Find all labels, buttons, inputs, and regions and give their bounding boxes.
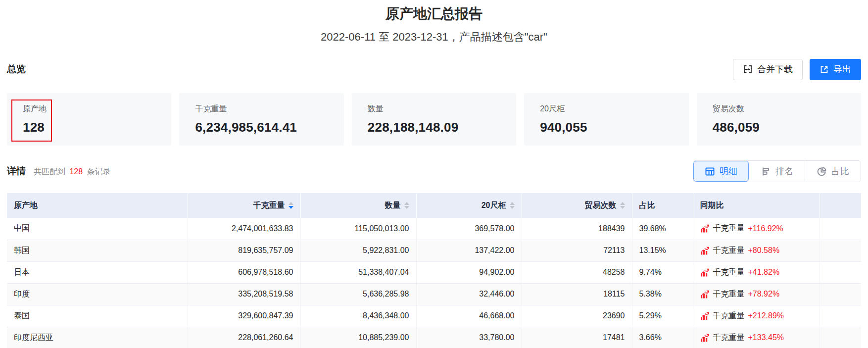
trend-up-icon [700,312,710,320]
column-header-share: 占比 [632,193,693,218]
yoy-change-value: +80.58% [748,246,780,255]
cell-origin: 中国 [7,218,188,240]
merge-icon [743,64,753,74]
cell-filler [820,305,861,327]
yoy-change-value: +116.92% [748,224,783,233]
table-row: 印度335,208,519.585,636,285.9832,446.00181… [7,283,861,305]
yoy-metric-label: 千克重量 [713,333,745,343]
column-header-quantity[interactable]: 数量 [300,193,416,218]
cell-filler [820,240,861,261]
column-header-kg_weight[interactable]: 千克重量 [188,193,300,218]
cell-quantity: 5,922,831.00 [300,240,416,261]
cell-trade_count: 23690 [522,305,632,327]
column-header-yoy: 同期比 [693,193,820,218]
cell-quantity: 5,636,285.98 [300,283,416,305]
report-subtitle: 2022-06-11 至 2023-12-31，产品描述包含"car" [7,30,861,45]
cell-origin: 韩国 [7,240,188,261]
stat-card-kg-weight: 千克重量 6,234,985,614.41 [179,93,343,146]
column-header-origin: 原产地 [7,193,188,218]
cell-share: 5.38% [632,283,693,305]
cell-yoy: 千克重量+80.58% [693,240,820,261]
cell-teu_20ft: 369,578.00 [416,218,522,240]
cell-teu_20ft: 33,780.00 [416,327,522,348]
table-row: 泰国329,600,847.398,436,348.0046,668.00236… [7,305,861,327]
column-header-trade_count[interactable]: 贸易次数 [522,193,632,218]
merge-download-button[interactable]: 合并下载 [733,59,803,80]
yoy-metric-label: 千克重量 [713,267,745,278]
stat-card-origin: 原产地 128 [7,93,171,146]
column-label: 千克重量 [253,200,285,211]
cell-kg_weight: 228,061,260.64 [188,327,300,348]
sort-carets-icon[interactable] [404,202,409,209]
cell-yoy: 千克重量+41.82% [693,261,820,283]
yoy-change-value: +78.92% [748,290,780,298]
table-body: 中国2,474,001,633.83115,050,013.00369,578.… [7,218,861,348]
cell-teu_20ft: 94,902.00 [416,261,522,283]
merge-download-label: 合并下载 [757,63,793,75]
cell-teu_20ft: 32,446.00 [416,283,522,305]
stat-label: 数量 [368,104,516,114]
stat-value: 228,188,148.09 [368,120,516,135]
tab-share-label: 占比 [831,165,849,177]
sort-carets-icon[interactable] [620,202,625,209]
overview-bar: 总览 合并下载 导出 [7,58,861,80]
table-icon [705,166,715,177]
matched-prefix: 共匹配到 [34,167,65,176]
cell-trade_count: 188439 [522,218,632,240]
sort-carets-icon[interactable] [510,202,515,209]
yoy-change-value: +41.82% [748,268,780,277]
stat-card-teu: 20尺柜 940,055 [524,93,688,146]
cell-quantity: 51,338,407.04 [300,261,416,283]
tab-ranking[interactable]: 排名 [749,161,805,182]
stat-label: 贸易次数 [713,104,861,114]
pie-icon [817,166,827,177]
sort-carets-icon[interactable] [289,202,293,209]
matched-records-text: 共匹配到 128 条记录 [34,167,111,177]
cell-trade_count: 17481 [522,327,632,348]
stat-label: 千克重量 [195,104,343,114]
cell-teu_20ft: 46,668.00 [416,305,522,327]
ranking-icon [761,166,771,177]
export-button[interactable]: 导出 [810,59,861,80]
cell-teu_20ft: 137,422.00 [416,240,522,261]
column-label: 贸易次数 [585,200,617,211]
view-tab-group: 明细 排名 占比 [693,160,861,182]
cell-yoy: 千克重量+212.89% [693,305,820,327]
cell-quantity: 8,436,348.00 [300,305,416,327]
cell-filler [820,327,861,348]
cell-quantity: 115,050,013.00 [300,218,416,240]
yoy-change-value: +212.89% [748,311,784,320]
cell-filler [820,283,861,305]
tab-share[interactable]: 占比 [805,161,861,182]
cell-share: 3.66% [632,327,693,348]
cell-share: 9.74% [632,261,693,283]
tab-detail-label: 明细 [720,165,737,177]
yoy-metric-label: 千克重量 [713,223,745,234]
yoy-metric-label: 千克重量 [713,246,745,256]
yoy-metric-label: 千克重量 [713,289,745,299]
tab-detail[interactable]: 明细 [693,161,749,182]
stat-value: 940,055 [540,120,688,135]
cell-filler [820,261,861,283]
export-icon [820,65,829,74]
tab-ranking-label: 排名 [775,165,793,177]
cell-origin: 日本 [7,261,188,283]
overview-cards: 原产地 128 千克重量 6,234,985,614.41 数量 228,188… [7,93,861,146]
trend-up-icon [700,290,710,298]
origin-detail-table: 原产地千克重量数量20尺柜贸易次数占比同期比 中国2,474,001,633.8… [7,193,861,348]
cell-quantity: 10,885,239.00 [300,327,416,348]
page-title: 原产地汇总报告 [7,5,861,23]
column-label: 原产地 [14,200,38,211]
column-header-teu_20ft[interactable]: 20尺柜 [416,193,522,218]
cell-filler [820,218,861,240]
table-row: 印度尼西亚228,061,260.6410,885,239.0033,780.0… [7,327,861,348]
table-header-row: 原产地千克重量数量20尺柜贸易次数占比同期比 [7,193,861,218]
detail-heading: 详情 [7,165,26,178]
cell-kg_weight: 2,474,001,633.83 [188,218,300,240]
column-label: 同期比 [700,200,724,211]
stat-value: 128 [23,120,171,135]
cell-yoy: 千克重量+133.45% [693,327,820,348]
table-row: 日本606,978,518.6051,338,407.0494,902.0048… [7,261,861,283]
table-row: 中国2,474,001,633.83115,050,013.00369,578.… [7,218,861,240]
trend-up-icon [700,334,710,342]
